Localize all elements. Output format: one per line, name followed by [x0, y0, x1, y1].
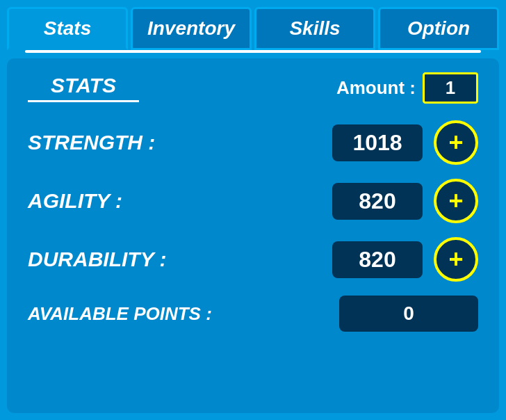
nav-tabs: Stats Inventory Skills Option [0, 0, 506, 50]
durability-plus-button[interactable]: + [434, 237, 478, 282]
strength-label: STRENGTH : [28, 131, 332, 154]
agility-row: AGILITY : 820 + [28, 179, 478, 223]
strength-row: STRENGTH : 1018 + [28, 120, 478, 165]
available-points-value: 0 [339, 296, 478, 332]
tab-option[interactable]: Option [378, 7, 499, 50]
stats-header: STATS Amount : [28, 72, 478, 104]
tab-skills[interactable]: Skills [254, 7, 375, 50]
main-panel: STATS Amount : STRENGTH : 1018 + AGILITY… [7, 58, 499, 413]
amount-input[interactable] [423, 72, 478, 104]
amount-row: Amount : [336, 72, 478, 104]
agility-value: 820 [332, 183, 423, 220]
strength-plus-button[interactable]: + [434, 120, 478, 165]
agility-label: AGILITY : [28, 189, 332, 213]
stats-title: STATS [28, 74, 139, 102]
tab-stats[interactable]: Stats [7, 7, 128, 50]
durability-row: DURABILITY : 820 + [28, 237, 478, 282]
durability-value: 820 [332, 241, 423, 278]
durability-label: DURABILITY : [28, 248, 332, 271]
available-points-label: AVAILABLE POINTS : [28, 303, 212, 325]
tab-inventory[interactable]: Inventory [131, 7, 252, 50]
strength-value: 1018 [332, 124, 423, 161]
amount-label: Amount : [336, 77, 416, 99]
agility-plus-button[interactable]: + [434, 179, 478, 223]
available-points-row: AVAILABLE POINTS : 0 [28, 296, 478, 332]
tab-underline [25, 50, 480, 53]
